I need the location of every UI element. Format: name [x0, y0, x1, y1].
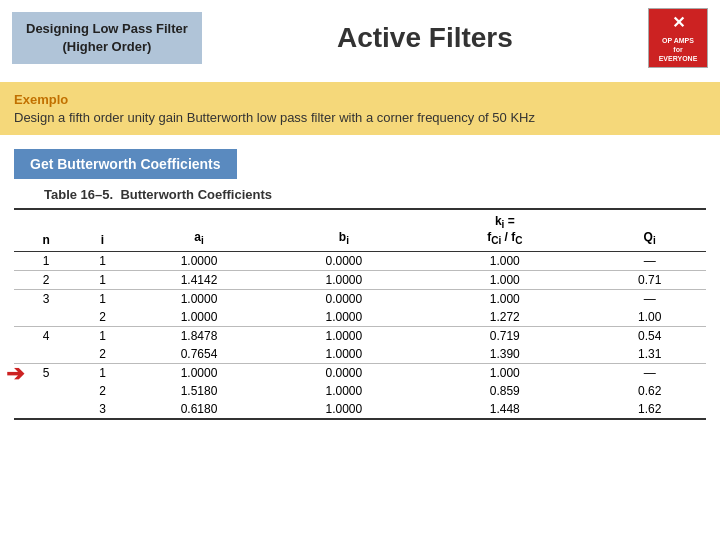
- cell-ai: 1.0000: [127, 363, 272, 382]
- cell-i: 1: [78, 363, 126, 382]
- table-row: 311.00000.00001.000—: [14, 289, 706, 308]
- table-header-row: n i ai bi ki =fCi / fC Qi: [14, 209, 706, 251]
- cell-n: [14, 382, 78, 400]
- col-header-bi: bi: [271, 209, 416, 251]
- cell-q: 0.71: [593, 270, 706, 289]
- book-cover: ✕ OP AMPS for EVERYONE: [648, 8, 708, 68]
- cell-i: 1: [78, 289, 126, 308]
- cell-k: 0.859: [416, 382, 593, 400]
- table-title-prefix: Table 16–5.: [44, 187, 113, 202]
- col-header-i: i: [78, 209, 126, 251]
- cell-q: 1.31: [593, 345, 706, 364]
- subtitle-line1: Designing Low Pass Filter: [26, 21, 188, 36]
- cell-bi: 1.0000: [271, 400, 416, 419]
- cell-bi: 1.0000: [271, 345, 416, 364]
- cell-q: 0.62: [593, 382, 706, 400]
- cell-ai: 1.8478: [127, 326, 272, 345]
- cell-n: [14, 400, 78, 419]
- table-row: 30.61801.00001.4481.62: [14, 400, 706, 419]
- book-title3: EVERYONE: [659, 54, 698, 63]
- page-container: Designing Low Pass Filter (Higher Order)…: [0, 0, 720, 420]
- butterworth-button[interactable]: Get Butterworth Coefficients: [14, 149, 237, 179]
- cell-k: 0.719: [416, 326, 593, 345]
- cell-k: 1.000: [416, 363, 593, 382]
- cell-k: 1.000: [416, 251, 593, 270]
- cell-ai: 1.5180: [127, 382, 272, 400]
- header: Designing Low Pass Filter (Higher Order)…: [0, 0, 720, 76]
- cell-i: 2: [78, 382, 126, 400]
- table-row: 21.00001.00001.2721.00: [14, 308, 706, 327]
- cell-bi: 0.0000: [271, 251, 416, 270]
- col-header-n: n: [14, 209, 78, 251]
- table-row: 211.41421.00001.0000.71: [14, 270, 706, 289]
- page-title: Active Filters: [222, 22, 628, 54]
- cell-q: —: [593, 289, 706, 308]
- cell-ai: 1.0000: [127, 308, 272, 327]
- table-title: Table 16–5. Butterworth Coefficients: [14, 187, 706, 202]
- subtitle-box: Designing Low Pass Filter (Higher Order): [12, 12, 202, 64]
- cell-n: [14, 345, 78, 364]
- cell-n: 2: [14, 270, 78, 289]
- exemplo-label: Exemplo: [14, 92, 706, 107]
- cell-ai: 0.6180: [127, 400, 272, 419]
- col-header-q: Qi: [593, 209, 706, 251]
- exemplo-banner: Exemplo Design a fifth order unity gain …: [0, 82, 720, 135]
- cell-i: 2: [78, 308, 126, 327]
- cell-n: 5: [14, 363, 78, 382]
- cell-bi: 1.0000: [271, 308, 416, 327]
- table-title-name: Butterworth Coefficients: [120, 187, 272, 202]
- cell-bi: 0.0000: [271, 289, 416, 308]
- cell-bi: 1.0000: [271, 326, 416, 345]
- cell-k: 1.390: [416, 345, 593, 364]
- cell-k: 1.000: [416, 289, 593, 308]
- cell-bi: 1.0000: [271, 382, 416, 400]
- cell-bi: 0.0000: [271, 363, 416, 382]
- cell-ai: 0.7654: [127, 345, 272, 364]
- table-row: 511.00000.00001.000—: [14, 363, 706, 382]
- table-row: 20.76541.00001.3901.31: [14, 345, 706, 364]
- cell-q: —: [593, 251, 706, 270]
- book-title2: for: [673, 45, 682, 54]
- table-wrapper: Table 16–5. Butterworth Coefficients n i…: [0, 187, 720, 420]
- cell-n: 1: [14, 251, 78, 270]
- cell-i: 1: [78, 270, 126, 289]
- cell-k: 1.272: [416, 308, 593, 327]
- subtitle-line2: (Higher Order): [62, 39, 151, 54]
- cell-q: 1.00: [593, 308, 706, 327]
- cell-i: 3: [78, 400, 126, 419]
- butterworth-table: n i ai bi ki =fCi / fC Qi 111.00000.0000…: [14, 208, 706, 420]
- cell-q: 0.54: [593, 326, 706, 345]
- book-x: ✕: [672, 13, 685, 34]
- cell-n: [14, 308, 78, 327]
- cell-bi: 1.0000: [271, 270, 416, 289]
- cell-q: 1.62: [593, 400, 706, 419]
- cell-n: 3: [14, 289, 78, 308]
- cell-n: 4: [14, 326, 78, 345]
- cell-ai: 1.0000: [127, 289, 272, 308]
- cell-i: 1: [78, 251, 126, 270]
- cell-ai: 1.0000: [127, 251, 272, 270]
- cell-ai: 1.4142: [127, 270, 272, 289]
- table-row: 111.00000.00001.000—: [14, 251, 706, 270]
- cell-i: 2: [78, 345, 126, 364]
- cell-k: 1.448: [416, 400, 593, 419]
- exemplo-description: Design a fifth order unity gain Butterwo…: [14, 110, 706, 125]
- table-row: 21.51801.00000.8590.62: [14, 382, 706, 400]
- col-header-ai: ai: [127, 209, 272, 251]
- cell-q: —: [593, 363, 706, 382]
- table-body: 111.00000.00001.000—211.41421.00001.0000…: [14, 251, 706, 419]
- cell-k: 1.000: [416, 270, 593, 289]
- book-title1: OP AMPS: [662, 36, 694, 45]
- cell-i: 1: [78, 326, 126, 345]
- col-header-k: ki =fCi / fC: [416, 209, 593, 251]
- table-row: 411.84781.00000.7190.54: [14, 326, 706, 345]
